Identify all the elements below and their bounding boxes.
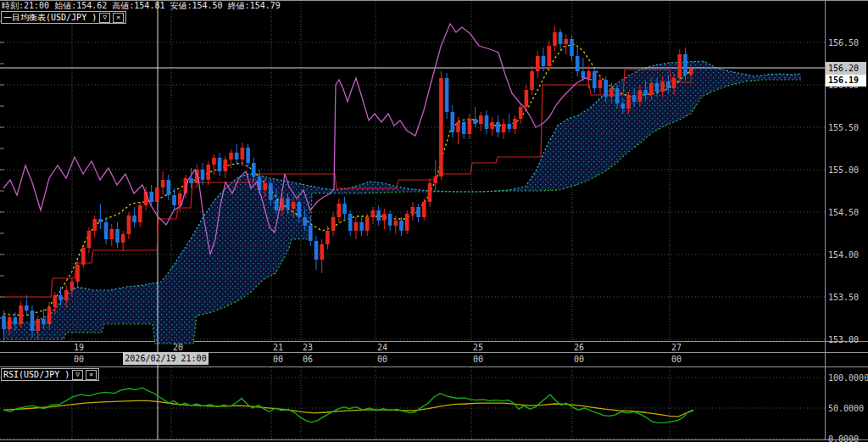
date-tick-label: 21 (273, 343, 283, 352)
time-tick-label: 00 (574, 355, 584, 364)
time-tick-label: 00 (74, 355, 84, 364)
close-icon[interactable]: ✕ (86, 370, 97, 380)
rsi-axis-label: 100.0000 (828, 373, 868, 383)
chart-svg[interactable] (0, 0, 868, 442)
date-tick-label: 24 (377, 343, 387, 352)
ichimoku-cloud (3, 61, 801, 344)
price-axis-label: 155.50 (828, 123, 859, 132)
price-axis-label: 153.50 (828, 293, 859, 302)
rsi-axis-label: 50.0000 (828, 404, 864, 413)
rsi-axis-label: 0.0000 (828, 434, 859, 442)
price-axis-label: 155.00 (828, 165, 859, 175)
price-axis-label: 154.00 (828, 250, 859, 260)
collapse-icon[interactable]: ▽ (72, 370, 83, 380)
date-tick-label: 27 (671, 343, 682, 352)
current-price-label: 156.19 (826, 75, 866, 87)
date-tick-label: 20 (173, 343, 183, 352)
ichimoku-indicator-tab: 一目均衡表(USD/JPY ) ▽ ✕ (1, 11, 126, 24)
collapse-icon[interactable]: ▽ (99, 13, 110, 23)
chart-canvas[interactable] (0, 0, 868, 442)
time-tick-label: 00 (671, 355, 682, 364)
rsi-line (3, 388, 693, 422)
price-axis-label: 153.00 (828, 335, 859, 344)
crosshair-datetime-tooltip: 2026/02/19 21:00 (123, 352, 209, 365)
trading-chart-window: 時刻:21:00 始値:154.62 高値:154.81 安値:154.50 終… (0, 0, 868, 442)
date-tick-label: 19 (74, 343, 84, 352)
price-axis-label: 154.50 (828, 208, 859, 217)
rsi-indicator-tab: RSI(USD/JPY ) ▽ ✕ (1, 368, 99, 381)
ohlc-readout: 時刻:21:00 始値:154.62 高値:154.81 安値:154.50 終… (2, 1, 281, 10)
time-tick-label: 00 (473, 355, 483, 364)
rsi-indicator-label: RSI(USD/JPY ) (3, 370, 70, 379)
close-icon[interactable]: ✕ (113, 13, 124, 23)
crosshair-price-label: 156.20 (826, 62, 866, 75)
time-tick-label: 06 (303, 355, 313, 364)
price-axis-label: 156.50 (828, 38, 859, 48)
date-tick-label: 26 (574, 343, 584, 352)
time-tick-label: 00 (377, 355, 387, 364)
time-tick-label: 00 (273, 355, 283, 364)
kijun-line (3, 70, 693, 297)
tenkan-line (3, 44, 693, 316)
date-tick-label: 23 (303, 343, 313, 352)
date-tick-label: 25 (473, 343, 483, 352)
ichimoku-indicator-label: 一目均衡表(USD/JPY ) (3, 13, 97, 22)
